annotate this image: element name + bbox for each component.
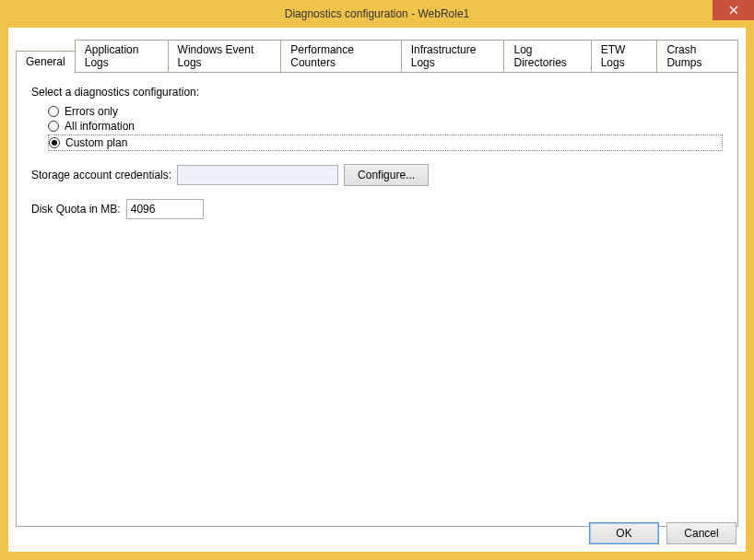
window-title: Diagnostics configuration - WebRole1: [285, 7, 470, 20]
ok-button[interactable]: OK: [589, 522, 659, 544]
tab-etw-logs[interactable]: ETW Logs: [591, 40, 658, 73]
tab-performance-counters[interactable]: Performance Counters: [280, 40, 402, 73]
dialog-window: Diagnostics configuration - WebRole1 Gen…: [0, 0, 754, 560]
radio-icon: [48, 106, 59, 117]
diagnostics-config-label: Select a diagnostics configuration:: [31, 86, 723, 99]
close-icon: [729, 6, 738, 15]
client-area: General Application Logs Windows Event L…: [8, 28, 746, 552]
disk-quota-input[interactable]: [126, 199, 204, 219]
configure-button[interactable]: Configure...: [344, 164, 429, 186]
radio-label: Errors only: [65, 105, 118, 118]
radio-errors-only[interactable]: Errors only: [48, 104, 723, 119]
radio-custom-plan[interactable]: Custom plan: [48, 134, 723, 151]
tabstrip: General Application Logs Windows Event L…: [8, 28, 746, 72]
radio-label: Custom plan: [65, 136, 127, 149]
tab-infrastructure-logs[interactable]: Infrastructure Logs: [401, 40, 505, 73]
tab-windows-event-logs[interactable]: Windows Event Logs: [168, 40, 282, 73]
disk-quota-row: Disk Quota in MB:: [31, 199, 723, 219]
tabpanel-general: Select a diagnostics configuration: Erro…: [16, 72, 738, 527]
tab-application-logs[interactable]: Application Logs: [75, 40, 169, 73]
titlebar[interactable]: Diagnostics configuration - WebRole1: [0, 0, 754, 28]
radio-icon: [48, 121, 59, 132]
radio-icon: [49, 137, 60, 148]
diagnostics-radio-group: Errors only All information Custom plan: [48, 104, 723, 151]
storage-credentials-input[interactable]: [177, 165, 338, 185]
storage-row: Storage account credentials: Configure..…: [31, 164, 723, 186]
disk-quota-label: Disk Quota in MB:: [31, 203, 121, 216]
tab-general[interactable]: General: [16, 51, 76, 73]
tab-crash-dumps[interactable]: Crash Dumps: [656, 40, 738, 73]
close-button[interactable]: [713, 0, 754, 20]
dialog-buttons: OK Cancel: [589, 522, 736, 544]
storage-credentials-label: Storage account credentials:: [31, 169, 171, 181]
radio-all-information[interactable]: All information: [48, 119, 723, 134]
radio-label: All information: [65, 120, 135, 133]
cancel-button[interactable]: Cancel: [666, 522, 736, 544]
tab-log-directories[interactable]: Log Directories: [503, 40, 591, 73]
